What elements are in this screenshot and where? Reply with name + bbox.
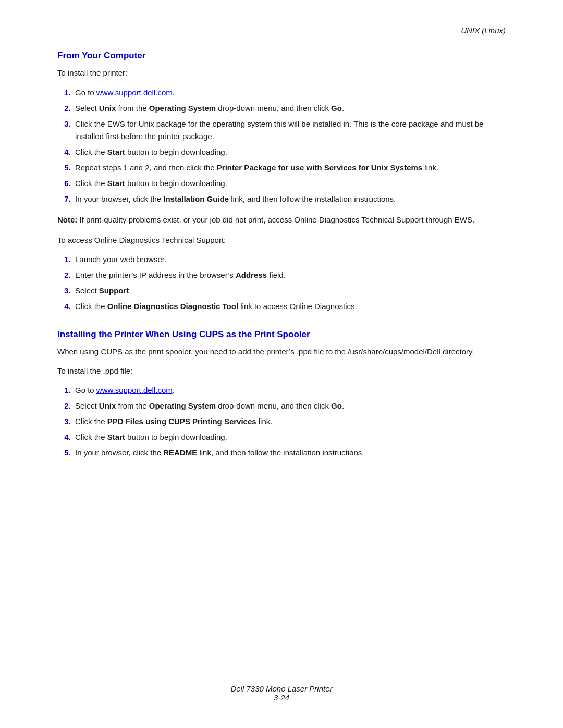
list-item: In your browser, click the README link, … bbox=[73, 447, 506, 459]
list-item: Repeat steps 1 and 2, and then click the… bbox=[73, 162, 506, 174]
note-label: Note: bbox=[57, 215, 77, 224]
list-item: Go to www.support.dell.com. bbox=[73, 87, 506, 99]
os-bold: Operating System bbox=[149, 104, 216, 113]
installation-guide-bold: Installation Guide bbox=[163, 194, 229, 203]
section1: From Your Computer To install the printe… bbox=[57, 51, 506, 313]
list-item: Click the Start button to begin download… bbox=[73, 146, 506, 158]
os-bold-2: Operating System bbox=[149, 401, 216, 410]
go-bold: Go bbox=[331, 104, 342, 113]
address-bold: Address bbox=[236, 270, 267, 279]
list-item: Select Support. bbox=[73, 285, 506, 297]
list-item: Click the EWS for Unix package for the o… bbox=[73, 118, 506, 143]
section2-intro1: When using CUPS as the print spooler, yo… bbox=[57, 346, 506, 358]
page: UNIX (Linux) From Your Computer To insta… bbox=[0, 0, 563, 728]
access-intro: To access Online Diagnostics Technical S… bbox=[57, 235, 506, 246]
header-right: UNIX (Linux) bbox=[57, 26, 506, 35]
start-bold-3: Start bbox=[107, 433, 125, 441]
dell-support-link-1[interactable]: www.support.dell.com bbox=[96, 88, 173, 97]
section1-steps-list: Go to www.support.dell.com. Select Unix … bbox=[73, 87, 506, 205]
list-item: In your browser, click the Installation … bbox=[73, 193, 506, 205]
go-bold-2: Go bbox=[331, 401, 342, 410]
list-item: Select Unix from the Operating System dr… bbox=[73, 102, 506, 115]
list-item: Enter the printer’s IP address in the br… bbox=[73, 269, 506, 281]
list-item: Select Unix from the Operating System dr… bbox=[73, 400, 506, 412]
footer: Dell 7330 Mono Laser Printer 3-24 bbox=[0, 684, 563, 702]
unix-bold-2: Unix bbox=[99, 401, 116, 410]
section2-intro2: To install the .ppd file: bbox=[57, 365, 506, 377]
support-bold: Support bbox=[99, 286, 129, 295]
list-item: Go to www.support.dell.com. bbox=[73, 384, 506, 397]
note-block: Note: If print-quality problems exist, o… bbox=[57, 214, 506, 226]
printer-package-bold: Printer Package for use with Services fo… bbox=[217, 163, 422, 172]
access-steps-list: Launch your web browser. Enter the print… bbox=[73, 253, 506, 313]
list-item: Click the PPD Files using CUPS Printing … bbox=[73, 415, 506, 428]
header-unix-linux: UNIX (Linux) bbox=[461, 26, 506, 35]
list-item: Click the Online Diagnostics Diagnostic … bbox=[73, 300, 506, 313]
section2: Installing the Printer When Using CUPS a… bbox=[57, 329, 506, 459]
ppd-files-bold: PPD Files using CUPS Printing Services bbox=[107, 417, 256, 426]
dell-support-link-2[interactable]: www.support.dell.com bbox=[96, 386, 173, 394]
footer-line1: Dell 7330 Mono Laser Printer bbox=[230, 684, 332, 693]
start-bold-2: Start bbox=[107, 179, 125, 188]
note-text: If print-quality problems exist, or your… bbox=[80, 215, 475, 224]
list-item: Click the Start button to begin download… bbox=[73, 431, 506, 443]
readme-bold: README bbox=[163, 448, 197, 457]
unix-bold: Unix bbox=[99, 104, 116, 113]
footer-line2: 3-24 bbox=[0, 693, 563, 702]
section2-title: Installing the Printer When Using CUPS a… bbox=[57, 329, 506, 340]
list-item: Click the Start button to begin download… bbox=[73, 177, 506, 190]
section1-title: From Your Computer bbox=[57, 51, 506, 61]
online-diag-bold: Online Diagnostics Diagnostic Tool bbox=[107, 302, 238, 311]
start-bold-1: Start bbox=[107, 147, 125, 156]
section1-intro: To install the printer: bbox=[57, 67, 506, 79]
section2-steps-list: Go to www.support.dell.com. Select Unix … bbox=[73, 384, 506, 459]
list-item: Launch your web browser. bbox=[73, 253, 506, 266]
